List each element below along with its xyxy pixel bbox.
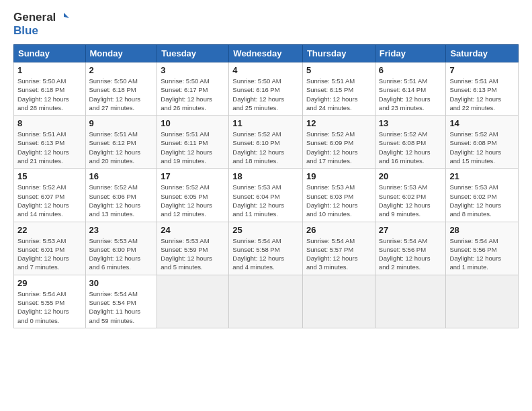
day-info: Sunrise: 5:53 AM Sunset: 6:04 PM Dayligh… [232, 183, 299, 218]
calendar-cell: 12Sunrise: 5:52 AM Sunset: 6:09 PM Dayli… [302, 116, 375, 169]
day-number: 8 [17, 118, 82, 128]
day-info: Sunrise: 5:52 AM Sunset: 6:10 PM Dayligh… [232, 130, 299, 165]
day-info: Sunrise: 5:52 AM Sunset: 6:08 PM Dayligh… [379, 130, 443, 165]
day-number: 1 [17, 65, 82, 75]
day-number: 24 [161, 225, 225, 235]
calendar-cell: 25Sunrise: 5:54 AM Sunset: 5:58 PM Dayli… [229, 222, 303, 275]
calendar-table: SundayMondayTuesdayWednesdayThursdayFrid… [13, 44, 519, 328]
calendar-cell: 26Sunrise: 5:54 AM Sunset: 5:57 PM Dayli… [302, 222, 375, 275]
calendar-week-1: 1Sunrise: 5:50 AM Sunset: 6:18 PM Daylig… [14, 62, 519, 116]
day-number: 4 [232, 65, 299, 75]
day-info: Sunrise: 5:51 AM Sunset: 6:12 PM Dayligh… [89, 130, 154, 165]
calendar-cell: 1Sunrise: 5:50 AM Sunset: 6:18 PM Daylig… [14, 62, 86, 116]
calendar-cell: 14Sunrise: 5:52 AM Sunset: 6:08 PM Dayli… [446, 116, 519, 169]
day-number: 13 [379, 118, 443, 128]
calendar-cell: 20Sunrise: 5:53 AM Sunset: 6:02 PM Dayli… [375, 169, 446, 222]
calendar-cell: 3Sunrise: 5:50 AM Sunset: 6:17 PM Daylig… [157, 62, 229, 116]
calendar-cell: 22Sunrise: 5:53 AM Sunset: 6:01 PM Dayli… [14, 222, 86, 275]
day-number: 20 [379, 171, 443, 181]
day-info: Sunrise: 5:53 AM Sunset: 5:59 PM Dayligh… [161, 236, 225, 272]
calendar-week-4: 22Sunrise: 5:53 AM Sunset: 6:01 PM Dayli… [14, 222, 519, 275]
day-number: 30 [89, 278, 154, 288]
day-number: 9 [89, 118, 154, 128]
col-header-saturday: Saturday [446, 45, 519, 62]
calendar-cell: 23Sunrise: 5:53 AM Sunset: 6:00 PM Dayli… [85, 222, 157, 275]
day-info: Sunrise: 5:51 AM Sunset: 6:11 PM Dayligh… [161, 130, 225, 165]
day-info: Sunrise: 5:52 AM Sunset: 6:05 PM Dayligh… [161, 183, 225, 218]
calendar-cell [446, 275, 519, 328]
calendar-cell: 24Sunrise: 5:53 AM Sunset: 5:59 PM Dayli… [157, 222, 229, 275]
col-header-friday: Friday [375, 45, 446, 62]
day-number: 10 [161, 118, 225, 128]
calendar-cell: 15Sunrise: 5:52 AM Sunset: 6:07 PM Dayli… [14, 169, 86, 222]
day-number: 26 [306, 225, 371, 235]
col-header-tuesday: Tuesday [157, 45, 229, 62]
day-info: Sunrise: 5:51 AM Sunset: 6:13 PM Dayligh… [449, 77, 515, 112]
calendar-cell [229, 275, 303, 328]
day-number: 25 [232, 225, 299, 235]
page-header: General Blue [13, 11, 519, 38]
day-number: 2 [89, 65, 154, 75]
calendar-cell: 29Sunrise: 5:54 AM Sunset: 5:55 PM Dayli… [14, 275, 86, 328]
calendar-cell: 4Sunrise: 5:50 AM Sunset: 6:16 PM Daylig… [229, 62, 303, 116]
day-number: 14 [449, 118, 515, 128]
day-info: Sunrise: 5:54 AM Sunset: 5:56 PM Dayligh… [449, 236, 515, 272]
calendar-cell: 28Sunrise: 5:54 AM Sunset: 5:56 PM Dayli… [446, 222, 519, 275]
day-info: Sunrise: 5:54 AM Sunset: 5:57 PM Dayligh… [306, 236, 371, 272]
logo-general: General [13, 11, 56, 24]
day-info: Sunrise: 5:51 AM Sunset: 6:15 PM Dayligh… [306, 77, 371, 112]
calendar-cell: 9Sunrise: 5:51 AM Sunset: 6:12 PM Daylig… [85, 116, 157, 169]
calendar-cell: 13Sunrise: 5:52 AM Sunset: 6:08 PM Dayli… [375, 116, 446, 169]
calendar-cell: 21Sunrise: 5:53 AM Sunset: 6:02 PM Dayli… [446, 169, 519, 222]
calendar-body: 1Sunrise: 5:50 AM Sunset: 6:18 PM Daylig… [14, 62, 519, 328]
day-info: Sunrise: 5:54 AM Sunset: 5:56 PM Dayligh… [379, 236, 443, 272]
day-number: 18 [232, 171, 299, 181]
calendar-cell: 17Sunrise: 5:52 AM Sunset: 6:05 PM Dayli… [157, 169, 229, 222]
calendar-week-2: 8Sunrise: 5:51 AM Sunset: 6:13 PM Daylig… [14, 116, 519, 169]
day-number: 29 [17, 278, 82, 288]
day-info: Sunrise: 5:54 AM Sunset: 5:55 PM Dayligh… [17, 289, 82, 325]
calendar-cell: 6Sunrise: 5:51 AM Sunset: 6:14 PM Daylig… [375, 62, 446, 116]
day-number: 27 [379, 225, 443, 235]
logo-blue: Blue [13, 24, 38, 38]
day-number: 17 [161, 171, 225, 181]
day-info: Sunrise: 5:52 AM Sunset: 6:07 PM Dayligh… [17, 183, 82, 218]
day-number: 15 [17, 171, 82, 181]
day-info: Sunrise: 5:53 AM Sunset: 6:00 PM Dayligh… [89, 236, 154, 272]
day-info: Sunrise: 5:51 AM Sunset: 6:14 PM Dayligh… [379, 77, 443, 112]
calendar-cell: 30Sunrise: 5:54 AM Sunset: 5:54 PM Dayli… [85, 275, 157, 328]
calendar-header-row: SundayMondayTuesdayWednesdayThursdayFrid… [14, 45, 519, 62]
col-header-sunday: Sunday [14, 45, 86, 62]
day-number: 22 [17, 225, 82, 235]
calendar-cell: 18Sunrise: 5:53 AM Sunset: 6:04 PM Dayli… [229, 169, 303, 222]
day-info: Sunrise: 5:53 AM Sunset: 6:02 PM Dayligh… [379, 183, 443, 218]
day-info: Sunrise: 5:53 AM Sunset: 6:02 PM Dayligh… [449, 183, 515, 218]
day-info: Sunrise: 5:54 AM Sunset: 5:54 PM Dayligh… [89, 289, 154, 325]
day-number: 12 [306, 118, 371, 128]
svg-marker-0 [64, 13, 69, 18]
calendar-cell: 27Sunrise: 5:54 AM Sunset: 5:56 PM Dayli… [375, 222, 446, 275]
day-info: Sunrise: 5:50 AM Sunset: 6:18 PM Dayligh… [89, 77, 154, 112]
logo-bird-icon [57, 11, 69, 24]
calendar-cell: 7Sunrise: 5:51 AM Sunset: 6:13 PM Daylig… [446, 62, 519, 116]
calendar-week-3: 15Sunrise: 5:52 AM Sunset: 6:07 PM Dayli… [14, 169, 519, 222]
day-number: 23 [89, 225, 154, 235]
col-header-monday: Monday [85, 45, 157, 62]
calendar-cell: 8Sunrise: 5:51 AM Sunset: 6:13 PM Daylig… [14, 116, 86, 169]
day-number: 21 [449, 171, 515, 181]
logo: General Blue [13, 11, 69, 38]
day-number: 5 [306, 65, 371, 75]
day-info: Sunrise: 5:50 AM Sunset: 6:17 PM Dayligh… [161, 77, 225, 112]
day-info: Sunrise: 5:50 AM Sunset: 6:18 PM Dayligh… [17, 77, 82, 112]
calendar-cell: 10Sunrise: 5:51 AM Sunset: 6:11 PM Dayli… [157, 116, 229, 169]
day-number: 11 [232, 118, 299, 128]
calendar-cell: 2Sunrise: 5:50 AM Sunset: 6:18 PM Daylig… [85, 62, 157, 116]
calendar-week-5: 29Sunrise: 5:54 AM Sunset: 5:55 PM Dayli… [14, 275, 519, 328]
day-number: 7 [449, 65, 515, 75]
calendar-cell: 16Sunrise: 5:52 AM Sunset: 6:06 PM Dayli… [85, 169, 157, 222]
day-info: Sunrise: 5:50 AM Sunset: 6:16 PM Dayligh… [232, 77, 299, 112]
day-number: 16 [89, 171, 154, 181]
col-header-wednesday: Wednesday [229, 45, 303, 62]
day-info: Sunrise: 5:52 AM Sunset: 6:09 PM Dayligh… [306, 130, 371, 165]
calendar-cell: 19Sunrise: 5:53 AM Sunset: 6:03 PM Dayli… [302, 169, 375, 222]
